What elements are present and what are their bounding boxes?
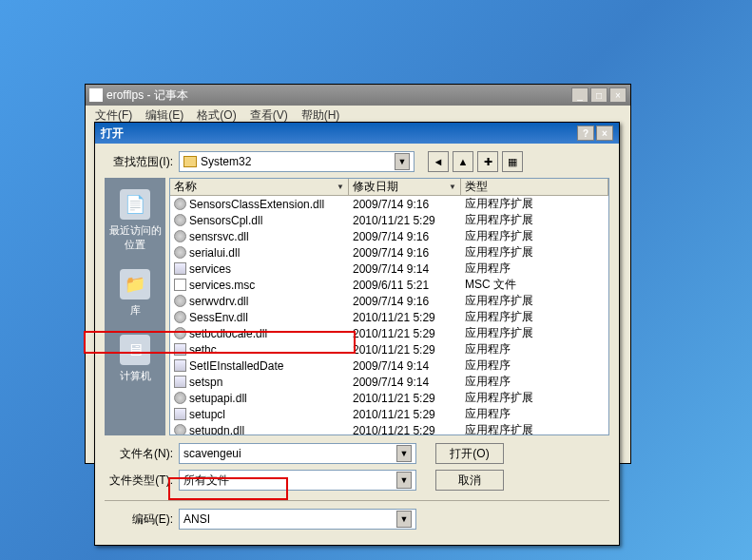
file-type: 应用程序扩展 (461, 309, 608, 325)
file-date: 2010/11/21 5:29 (349, 327, 461, 340)
lookin-value: System32 (201, 155, 251, 168)
file-row[interactable]: sethc2010/11/21 5:29应用程序 (170, 341, 608, 357)
filename-input[interactable]: scavengeui ▼ (179, 443, 416, 464)
minimize-button[interactable]: _ (571, 87, 588, 103)
file-icon (174, 279, 186, 291)
file-row[interactable]: serwvdrv.dll2009/7/14 9:16应用程序扩展 (170, 293, 608, 309)
file-date: 2009/7/14 9:16 (349, 198, 461, 211)
notepad-titlebar: erofflps - 记事本 _ □ × (86, 85, 630, 106)
open-button[interactable]: 打开(O) (435, 443, 504, 464)
file-row[interactable]: SessEnv.dll2010/11/21 5:29应用程序扩展 (170, 309, 608, 325)
file-name: services.msc (189, 279, 255, 292)
file-type: 应用程序 (461, 374, 608, 390)
maximize-button[interactable]: □ (590, 87, 607, 103)
dialog-close-button[interactable]: × (596, 126, 613, 141)
back-button[interactable]: ◄ (428, 151, 449, 172)
file-icon (174, 246, 186, 259)
file-icon (174, 262, 186, 275)
file-row[interactable]: SensorsClassExtension.dll2009/7/14 9:16应… (170, 196, 608, 212)
file-row[interactable]: SensorsCpl.dll2010/11/21 5:29应用程序扩展 (170, 212, 608, 228)
file-icon (174, 311, 186, 323)
file-type: 应用程序扩展 (461, 196, 608, 212)
recent-icon: 📄 (120, 189, 150, 220)
file-row[interactable]: services.msc2009/6/11 5:21MSC 文件 (170, 277, 608, 293)
file-row[interactable]: setspn2009/7/14 9:14应用程序 (170, 374, 608, 390)
file-name: setupdn.dll (189, 424, 244, 435)
file-icon (174, 359, 186, 372)
encoding-combo[interactable]: ANSI ▼ (179, 509, 416, 530)
file-row[interactable]: setupapi.dll2010/11/21 5:29应用程序扩展 (170, 390, 608, 406)
file-name: SetIEInstalledDate (189, 359, 283, 373)
file-row[interactable]: SetIEInstalledDate2009/7/14 9:14应用程序 (170, 357, 608, 374)
file-row[interactable]: serialui.dll2009/7/14 9:16应用程序扩展 (170, 244, 608, 261)
column-header-type[interactable]: 类型 (461, 179, 608, 195)
chevron-down-icon[interactable]: ▼ (396, 445, 412, 462)
encoding-label: 编码(E): (105, 512, 173, 528)
dialog-toolbar: ◄ ▲ ✚ ▦ (428, 151, 523, 172)
file-row[interactable]: setupdn.dll2010/11/21 5:29应用程序扩展 (170, 422, 608, 434)
sidebar-recent-label: 最近访问的位置 (105, 223, 165, 252)
file-name: SensorsClassExtension.dll (189, 198, 324, 211)
file-name: serialui.dll (189, 246, 240, 260)
file-row[interactable]: sensrsvc.dll2009/7/14 9:16应用程序扩展 (170, 228, 608, 244)
file-type: 应用程序扩展 (461, 325, 608, 341)
file-date: 2009/7/14 9:14 (349, 262, 461, 276)
places-sidebar: 📄 最近访问的位置 📁 库 🖥 计算机 (105, 178, 165, 435)
sidebar-item-computer[interactable]: 🖥 计算机 (120, 335, 151, 383)
file-date: 2010/11/21 5:29 (349, 311, 461, 324)
file-name: SessEnv.dll (189, 311, 248, 324)
filetype-label: 文件类型(T): (105, 473, 173, 489)
filetype-combo[interactable]: 所有文件 ▼ (179, 470, 416, 491)
dialog-title: 打开 (101, 126, 124, 142)
file-type: 应用程序扩展 (461, 228, 608, 244)
file-date: 2010/11/21 5:29 (349, 392, 461, 405)
close-button[interactable]: × (609, 87, 627, 103)
titlebar-buttons: _ □ × (571, 87, 627, 103)
sidebar-item-recent[interactable]: 📄 最近访问的位置 (105, 189, 165, 252)
file-type: 应用程序 (461, 406, 608, 422)
column-header-name[interactable]: 名称▼ (170, 179, 349, 195)
file-icon (174, 376, 186, 388)
lookin-combo[interactable]: System32 ▼ (179, 151, 415, 172)
chevron-down-icon[interactable]: ▼ (396, 472, 412, 489)
filetype-value: 所有文件 (183, 473, 229, 489)
dialog-help-button[interactable]: ? (577, 126, 594, 141)
file-icon (174, 214, 186, 226)
file-name: setspn (189, 376, 222, 389)
cancel-button[interactable]: 取消 (435, 470, 504, 491)
sidebar-library-label: 库 (130, 303, 141, 318)
chevron-down-icon[interactable]: ▼ (396, 511, 412, 528)
file-name: serwvdrv.dll (189, 295, 248, 308)
file-list-header: 名称▼ 修改日期▼ 类型 (170, 179, 608, 196)
up-button[interactable]: ▲ (453, 151, 473, 172)
file-icon (174, 392, 186, 404)
file-date: 2010/11/21 5:29 (349, 214, 461, 227)
file-row[interactable]: setupcl2010/11/21 5:29应用程序 (170, 406, 608, 422)
filename-label: 文件名(N): (105, 446, 173, 462)
column-header-date[interactable]: 修改日期▼ (349, 179, 461, 195)
file-name: setupcl (189, 408, 225, 421)
file-date: 2010/11/21 5:29 (349, 343, 461, 357)
file-date: 2009/7/14 9:16 (349, 246, 461, 260)
new-folder-button[interactable]: ✚ (477, 151, 498, 172)
file-row[interactable]: setbcdlocale.dll2010/11/21 5:29应用程序扩展 (170, 325, 608, 341)
sidebar-item-library[interactable]: 📁 库 (120, 269, 150, 318)
notepad-icon (89, 88, 103, 102)
folder-icon (183, 156, 197, 167)
file-date: 2009/7/14 9:14 (349, 359, 461, 373)
file-row[interactable]: services2009/7/14 9:14应用程序 (170, 261, 608, 277)
file-type: MSC 文件 (461, 277, 608, 293)
file-name: SensorsCpl.dll (189, 214, 262, 227)
view-menu-button[interactable]: ▦ (502, 151, 523, 172)
file-name: setbcdlocale.dll (189, 327, 267, 340)
file-date: 2010/11/21 5:29 (349, 424, 461, 435)
file-date: 2009/7/14 9:16 (349, 230, 461, 243)
file-icon (174, 198, 186, 210)
file-date: 2009/6/11 5:21 (349, 279, 461, 292)
filename-value: scavengeui (183, 447, 241, 460)
encoding-value: ANSI (183, 512, 210, 526)
file-name: sensrsvc.dll (189, 230, 249, 243)
file-list-rows[interactable]: SensorsClassExtension.dll2009/7/14 9:16应… (170, 196, 608, 434)
notepad-title: erofflps - 记事本 (106, 87, 188, 104)
chevron-down-icon[interactable]: ▼ (395, 153, 410, 170)
